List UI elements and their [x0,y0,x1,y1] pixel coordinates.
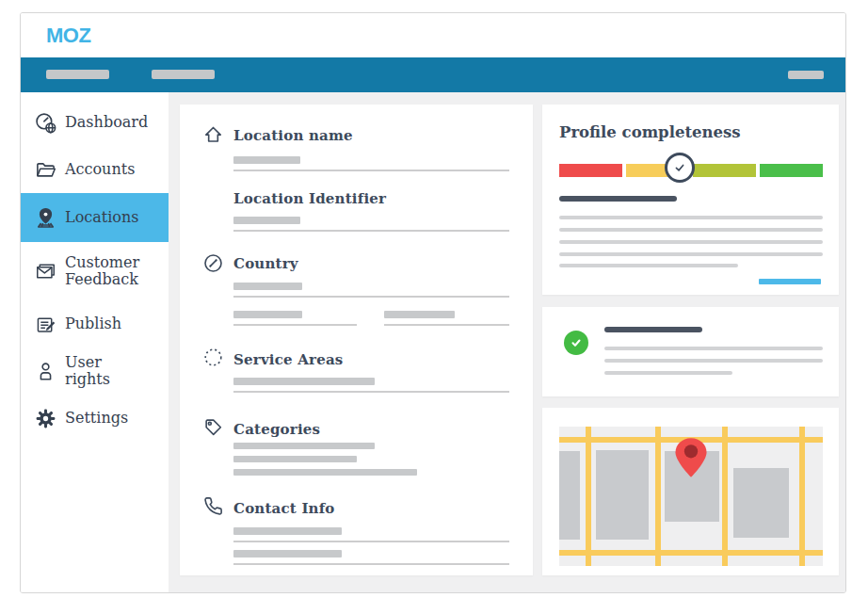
field-label-location-identifier: Location Identifier [233,190,386,207]
sidebar-item-label: Settings [65,410,128,427]
text-line [604,359,823,363]
input-underline [233,296,509,298]
input-value-placeholder [384,311,455,318]
text-line [559,216,823,219]
country-input[interactable] [233,283,509,298]
text-line [604,347,823,350]
input-underline [233,391,509,393]
map-illustration [559,427,823,566]
dashboard-icon [33,110,57,135]
content-area: Location name Location Identifier [169,92,845,592]
main-area: Dashboard Accounts [21,92,845,592]
compose-icon [33,312,57,336]
field-label-service-areas: Service Areas [233,351,343,368]
map-road [559,550,823,556]
nav-item-placeholder[interactable] [152,70,215,79]
status-card [542,307,839,396]
input-value-placeholder [233,156,300,164]
phone-icon [202,495,224,517]
sidebar-item-label: Publish [65,315,121,332]
card-title: Profile completeness [559,123,741,141]
nav-item-placeholder[interactable] [788,71,824,79]
input-underline [233,541,509,542]
sidebar-item-publish[interactable]: Publish [21,300,169,347]
sidebar-item-label: Customer Feedback [65,254,144,289]
map-road [722,427,728,566]
phone-input[interactable] [233,527,509,542]
compass-icon [202,252,224,274]
field-label-contact-info: Contact Info [233,500,335,517]
input-underline [233,563,509,565]
input-value-placeholder [233,378,375,385]
location-pin-icon [673,436,709,479]
input-value-placeholder [233,311,302,318]
sidebar-item-label: User rights [65,354,144,389]
folder-icon [33,157,57,182]
right-column: Profile completeness [542,105,839,575]
dotted-circle-icon [202,347,224,368]
field-label-location-name: Location name [233,127,353,144]
region-input[interactable] [233,311,357,326]
input-value-placeholder [233,217,300,224]
map-building [733,468,789,538]
location-identifier-input[interactable] [233,217,509,232]
progress-segment-olive [693,164,756,177]
service-areas-input[interactable] [233,378,509,393]
category-chip [233,469,417,476]
sidebar-item-settings[interactable]: Settings [21,395,169,442]
gear-icon [33,406,57,430]
sidebar-item-user-rights[interactable]: User rights [21,347,169,395]
progress-check-marker [665,153,695,183]
moz-logo: MOZ [46,24,90,48]
input-underline [384,324,509,326]
map-road [799,427,805,566]
progress-segment-red [559,164,622,177]
field-label-country: Country [233,255,298,272]
location-form-card: Location name Location Identifier [180,105,533,575]
map-building [559,451,580,540]
text-line [604,371,732,375]
input-value-placeholder [233,550,342,557]
text-line [559,252,823,256]
input-value-placeholder [233,283,302,290]
text-line-dark [559,196,677,202]
check-circle-green-icon [564,331,588,355]
user-icon [33,359,57,383]
email-input[interactable] [233,550,509,565]
text-line [559,264,738,267]
nav-item-placeholder[interactable] [46,70,109,79]
sidebar-item-accounts[interactable]: Accounts [21,146,169,193]
sidebar-item-label: Dashboard [65,114,144,131]
sidebar-item-label: Accounts [65,161,135,178]
profile-completeness-card: Profile completeness [542,105,839,295]
location-name-input[interactable] [233,156,509,171]
link-placeholder[interactable] [759,279,821,284]
category-chip [233,443,375,449]
sidebar: Dashboard Accounts [21,92,169,592]
progress-segment-green [760,164,823,177]
app-window: MOZ Dashboard [20,12,846,593]
sidebar-item-customer-feedback[interactable]: Customer Feedback [21,242,169,300]
category-chip [233,456,357,462]
map-pin-icon [33,205,57,230]
envelope-icon [33,259,57,283]
map-building [596,450,649,540]
sidebar-item-locations[interactable]: Locations [21,193,169,242]
tag-icon [202,416,224,438]
map-road [655,427,661,566]
field-label-categories: Categories [233,421,320,438]
input-underline [233,230,509,232]
home-icon [202,123,224,145]
text-line-dark [604,327,702,332]
text-line [559,240,823,244]
sidebar-item-dashboard[interactable]: Dashboard [21,99,169,146]
sidebar-item-label: Locations [65,209,138,226]
input-underline [233,324,357,326]
map-road [586,427,591,566]
top-nav-bar [21,57,845,92]
postal-input[interactable] [384,311,509,326]
input-value-placeholder [233,527,342,535]
logo-bar: MOZ [21,13,845,57]
text-line [559,228,823,232]
input-underline [233,170,509,171]
